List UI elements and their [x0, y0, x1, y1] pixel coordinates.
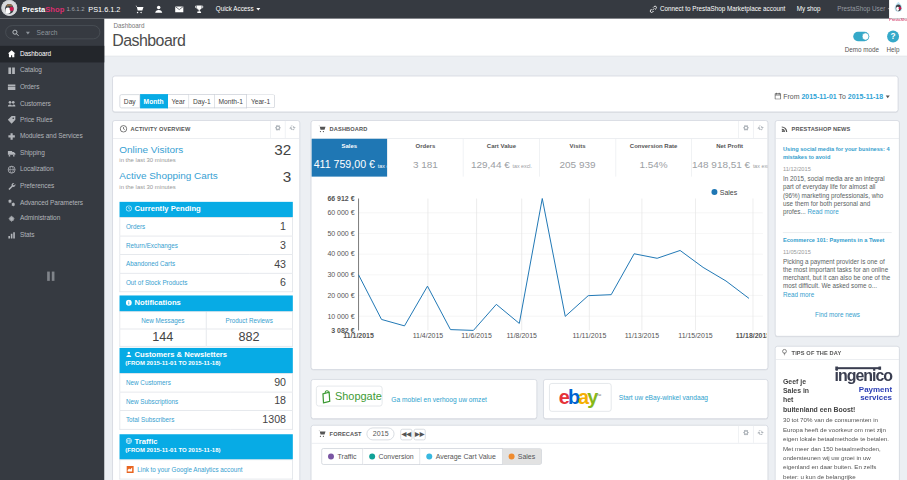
svg-text:11/1/2015: 11/1/2015 [343, 332, 374, 339]
svg-text:11/18/2015: 11/18/2015 [736, 332, 767, 339]
svg-text:30 000 €: 30 000 € [328, 271, 355, 278]
svg-text:11/13/2015: 11/13/2015 [625, 332, 659, 339]
svg-text:60 000 €: 60 000 € [328, 209, 355, 216]
svg-text:11/15/2015: 11/15/2015 [679, 332, 713, 339]
svg-text:Sales: Sales [720, 188, 738, 195]
svg-text:11/4/2015: 11/4/2015 [413, 332, 444, 339]
svg-text:66 912 €: 66 912 € [328, 195, 355, 202]
svg-text:10 000 €: 10 000 € [328, 312, 355, 319]
svg-text:11/11/2015: 11/11/2015 [573, 332, 607, 339]
svg-text:20 000 €: 20 000 € [328, 291, 355, 298]
svg-text:50 000 €: 50 000 € [328, 229, 355, 236]
svg-text:11/8/2015: 11/8/2015 [507, 332, 538, 339]
svg-text:40 000 €: 40 000 € [328, 250, 355, 257]
svg-text:11/6/2015: 11/6/2015 [462, 332, 493, 339]
